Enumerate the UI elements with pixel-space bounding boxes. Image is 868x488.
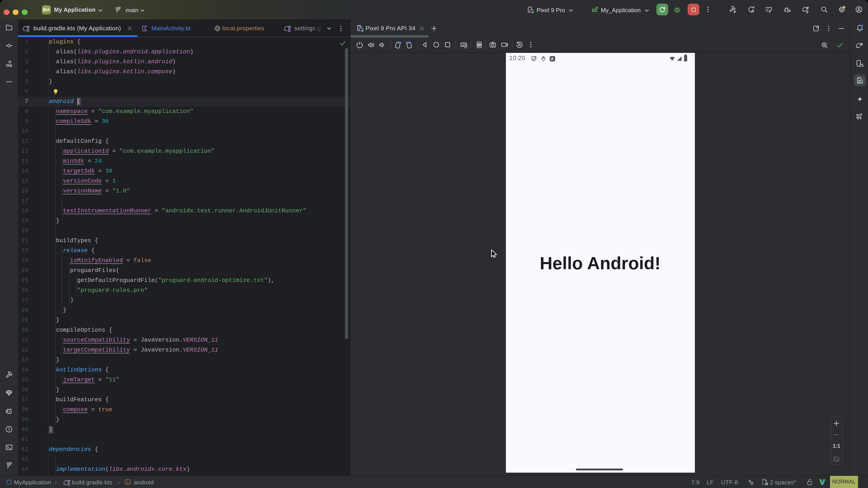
svg-text:A: A [751, 8, 754, 13]
